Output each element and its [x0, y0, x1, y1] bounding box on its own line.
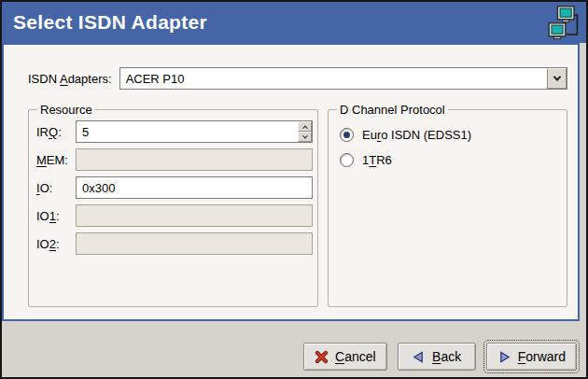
radio-euro-isdn[interactable]: Euro ISDN (EDSS1) — [340, 128, 562, 142]
resource-frame-title: Resource — [37, 103, 95, 117]
io1-row: IO1: — [36, 204, 313, 227]
d-channel-protocol-frame: D Channel Protocol Euro ISDN (EDSS1) 1TR… — [328, 103, 567, 307]
combobox-dropdown-button[interactable] — [547, 68, 567, 89]
io1-label: IO1: — [36, 209, 76, 223]
dialog-content: ISDN Adapters: ACER P10 Resource IRQ: 5 — [2, 43, 580, 321]
io-label: IO: — [36, 181, 76, 195]
front-monitor — [549, 23, 566, 39]
forward-button-label: Forward — [518, 349, 566, 364]
io2-row: IO2: — [36, 232, 313, 255]
io2-field — [76, 232, 313, 255]
arrow-left-icon — [412, 350, 426, 364]
back-button[interactable]: Back — [398, 343, 476, 371]
irq-label: IRQ: — [36, 125, 76, 139]
euro-isdn-label: Euro ISDN (EDSS1) — [362, 128, 471, 142]
arrow-right-icon — [497, 350, 511, 364]
forward-button[interactable]: Forward — [486, 343, 577, 371]
spin-down-button[interactable] — [298, 132, 312, 142]
back-monitor — [557, 7, 574, 22]
isdn-adapters-combobox[interactable]: ACER P10 — [119, 67, 567, 90]
irq-spin-buttons — [298, 121, 312, 142]
d-channel-protocol-title: D Channel Protocol — [337, 103, 448, 117]
page-title: Select ISDN Adapter — [13, 11, 207, 34]
cancel-button-label: Cancel — [335, 349, 376, 364]
mem-row: MEM: — [36, 148, 313, 171]
chevron-up-icon — [302, 125, 308, 131]
mem-label: MEM: — [36, 153, 76, 167]
chevron-down-icon — [553, 73, 560, 80]
irq-spinbox[interactable]: 5 — [76, 120, 313, 143]
cancel-x-icon — [315, 350, 329, 364]
resource-frame: Resource IRQ: 5 MEM: — [28, 103, 318, 307]
io-field[interactable]: 0x300 — [76, 176, 313, 199]
select-isdn-adapter-dialog: Select ISDN Adapter ISDN Adapters: — [0, 0, 588, 379]
io-row: IO: 0x300 — [36, 176, 313, 199]
chevron-down-icon — [302, 133, 308, 138]
radio-1tr6[interactable]: 1TR6 — [340, 153, 562, 167]
frames-row: Resource IRQ: 5 MEM: — [28, 103, 567, 307]
cancel-button[interactable]: Cancel — [303, 343, 387, 371]
dialog-button-bar: Cancel Back Forward — [2, 321, 586, 377]
mem-field — [76, 148, 313, 171]
io2-label: IO2: — [36, 237, 76, 251]
isdn-adapters-label: ISDN Adapters: — [28, 72, 112, 86]
network-computers-icon — [546, 5, 580, 48]
io1-field — [76, 204, 313, 227]
isdn-adapters-value: ACER P10 — [120, 68, 547, 89]
dialog-header: Select ISDN Adapter — [2, 2, 586, 43]
isdn-adapters-row: ISDN Adapters: ACER P10 — [28, 67, 567, 90]
radio-button-icon[interactable] — [340, 153, 354, 167]
irq-value: 5 — [77, 125, 298, 139]
1tr6-label: 1TR6 — [362, 153, 392, 167]
radio-button-selected-icon[interactable] — [340, 128, 354, 142]
spin-up-button[interactable] — [298, 121, 312, 132]
back-button-label: Back — [432, 349, 461, 364]
irq-row: IRQ: 5 — [36, 120, 313, 143]
